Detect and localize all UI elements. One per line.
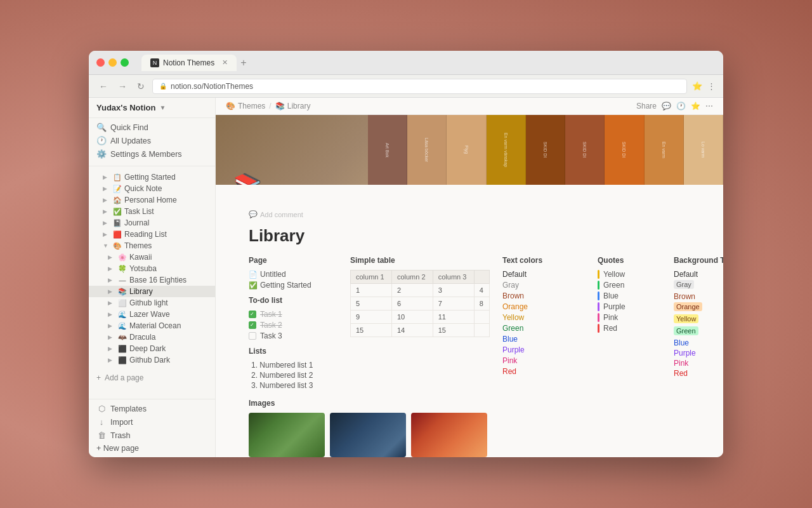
- sidebar-item-dracula[interactable]: ▶ 🦇 Dracula: [89, 331, 215, 343]
- todo-checkbox-1[interactable]: [249, 311, 256, 318]
- breadcrumb-themes[interactable]: 🎨 Themes: [226, 102, 265, 110]
- sidebar-item-getting-started[interactable]: ▶ 📋 Getting Started: [89, 171, 215, 183]
- todo-checkbox-2[interactable]: [249, 321, 256, 329]
- sidebar-item-base16[interactable]: ▶ — Base 16 Eighties: [89, 274, 215, 286]
- comment-button[interactable]: 💬: [662, 102, 671, 110]
- page-icon-container: 📚: [233, 172, 265, 185]
- sidebar-item-github-dark[interactable]: ▶ ⬛ Github Dark: [89, 354, 215, 366]
- expand-icon: ▶: [103, 208, 110, 215]
- bg-green: Green: [674, 326, 698, 335]
- maximize-button[interactable]: [121, 58, 129, 67]
- quote-bar: [598, 291, 599, 300]
- tab-close-button[interactable]: ✕: [222, 58, 228, 67]
- color-blue: Blue: [502, 335, 585, 344]
- expand-icon: ▶: [108, 323, 115, 329]
- expand-icon: ▶: [103, 174, 110, 180]
- color-red: Red: [502, 367, 585, 376]
- add-page-label: Add a page: [105, 373, 143, 382]
- browser-titlebar: N Notion Themes ✕ +: [89, 51, 723, 75]
- page-label: Library: [129, 287, 153, 296]
- content-grid: Page 📄 Untitled ✅ Getting Started: [249, 256, 690, 391]
- expand-icon: ▶: [108, 277, 115, 283]
- page-icon: ⬜: [118, 299, 127, 307]
- sidebar-item-import[interactable]: ↓ Import: [89, 415, 215, 429]
- color-pink: Pink: [502, 356, 585, 365]
- address-bar[interactable]: 🔒 notion.so/NotionThemes: [152, 79, 687, 94]
- new-tab-button[interactable]: +: [240, 57, 246, 69]
- sidebar-item-quick-find[interactable]: 🔍 Quick Find: [89, 121, 215, 134]
- sidebar-item-deep-dark[interactable]: ▶ ⬛ Deep Dark: [89, 343, 215, 354]
- sidebar-item-settings[interactable]: ⚙️ Settings & Members: [89, 147, 215, 161]
- numbered-list-item-3: 3. Numbered list 3: [249, 381, 337, 390]
- sidebar-item-trash[interactable]: 🗑 Trash: [89, 429, 215, 442]
- book-spine: SKID DI: [526, 115, 565, 185]
- page-section-heading: Page: [249, 256, 337, 265]
- bg-brown: Brown: [674, 292, 723, 301]
- images-section: Images: [249, 399, 690, 457]
- add-comment-label: Add comment: [260, 211, 303, 218]
- library-bc-label: Library: [287, 102, 311, 110]
- themes-icon: 🎨: [226, 102, 235, 110]
- refresh-button[interactable]: ↻: [134, 80, 147, 93]
- page-icon: 🌊: [118, 311, 127, 319]
- todo-checkbox-3[interactable]: [249, 332, 256, 340]
- workspace-switcher[interactable]: Yudax's Notion ▼: [89, 98, 215, 118]
- quick-find-label: Quick Find: [110, 123, 148, 132]
- sidebar-item-all-updates[interactable]: 🕐 All Updates: [89, 134, 215, 147]
- sidebar-item-quick-note[interactable]: ▶ 📝 Quick Note: [89, 183, 215, 194]
- add-comment-button[interactable]: 💬 Add comment: [249, 210, 690, 218]
- column-2: Simple table column 1 column 2 column 3: [350, 256, 490, 391]
- col-header-4: [474, 271, 489, 284]
- bookmark-button[interactable]: ⭐: [692, 81, 702, 91]
- active-tab[interactable]: N Notion Themes ✕: [141, 55, 237, 71]
- sidebar-item-journal[interactable]: ▶ 📓 Journal: [89, 217, 215, 229]
- app-body: Yudax's Notion ▼ 🔍 Quick Find 🕐 All Upda…: [89, 98, 723, 457]
- sidebar-item-personal-home[interactable]: ▶ 🏠 Personal Home: [89, 194, 215, 206]
- forward-button[interactable]: →: [115, 80, 129, 93]
- history-button[interactable]: 🕐: [676, 102, 686, 110]
- updates-icon: 🕐: [96, 136, 107, 145]
- page-getting-started-item[interactable]: ✅ Getting Started: [249, 281, 337, 290]
- color-yellow: Yellow: [502, 313, 585, 322]
- expand-icon: ▶: [108, 357, 115, 363]
- more-button[interactable]: ⋮: [707, 81, 716, 91]
- minimize-button[interactable]: [108, 58, 117, 67]
- favorite-button[interactable]: ⭐: [691, 102, 700, 110]
- bg-orange: Orange: [674, 302, 702, 311]
- themes-label: Themes: [238, 102, 265, 110]
- column-5: Background Text Default Gray Brown Orang…: [674, 256, 723, 391]
- share-button[interactable]: Share: [636, 102, 657, 110]
- sidebar-item-github-light[interactable]: ▶ ⬜ Github light: [89, 297, 215, 309]
- bg-yellow-container: Yellow: [674, 314, 723, 325]
- table-row: 15 14 15: [351, 324, 490, 337]
- sidebar-item-templates[interactable]: ⬡ Templates: [89, 402, 215, 415]
- bg-red: Red: [674, 369, 723, 378]
- todo-task-1[interactable]: Task 1: [249, 310, 337, 319]
- page-label: Material Ocean: [129, 321, 181, 330]
- sidebar-item-yotsuba[interactable]: ▶ 🍀 Yotsuba: [89, 263, 215, 274]
- page-untitled-item[interactable]: 📄 Untitled: [249, 270, 337, 279]
- sidebar-item-reading-list[interactable]: ▶ 🟥 Reading List: [89, 229, 215, 240]
- sidebar-item-material-ocean[interactable]: ▶ 🌊 Material Ocean: [89, 320, 215, 331]
- page-icon: —: [118, 276, 127, 284]
- sidebar-item-kawaii[interactable]: ▶ 🌸 Kawaii: [89, 251, 215, 263]
- close-button[interactable]: [96, 58, 105, 67]
- more-options-button[interactable]: ⋯: [705, 102, 713, 110]
- sidebar-item-task-list[interactable]: ▶ ✅ Task List: [89, 206, 215, 217]
- sidebar-item-themes[interactable]: ▼ 🎨 Themes: [89, 240, 215, 251]
- back-button[interactable]: ←: [96, 80, 110, 93]
- quote-pink: Pink: [598, 313, 661, 322]
- breadcrumb-library[interactable]: 📚 Library: [275, 102, 311, 110]
- expand-icon: ▶: [108, 300, 115, 306]
- todo-task-2[interactable]: Task 2: [249, 321, 337, 330]
- getting-started-label: Getting Started: [260, 281, 311, 290]
- add-page-button[interactable]: + Add a page: [89, 371, 215, 385]
- todo-task-3[interactable]: Task 3: [249, 331, 337, 340]
- sidebar-item-library[interactable]: ▶ 📚 Library: [89, 286, 215, 297]
- color-orange: Orange: [502, 302, 585, 311]
- color-brown: Brown: [502, 291, 585, 300]
- text-colors-heading: Text colors: [502, 256, 585, 265]
- sidebar-item-lazer-wave[interactable]: ▶ 🌊 Lazer Wave: [89, 309, 215, 320]
- color-green: Green: [502, 324, 585, 333]
- new-page-button[interactable]: + New page: [89, 442, 215, 455]
